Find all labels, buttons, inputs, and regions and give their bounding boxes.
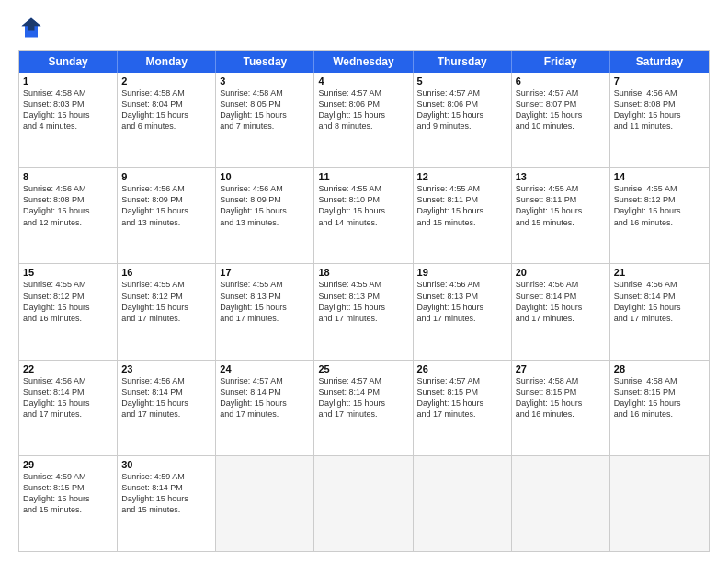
cell-line: Daylight: 15 hours [614,109,705,121]
calendar-cell: 12Sunrise: 4:55 AMSunset: 8:11 PMDayligh… [414,168,512,263]
day-number: 23 [121,363,211,374]
day-number: 29 [23,459,113,470]
cell-line: Sunrise: 4:55 AM [417,183,507,194]
calendar-cell: 13Sunrise: 4:55 AMSunset: 8:11 PMDayligh… [512,168,610,263]
cell-line: Daylight: 15 hours [220,302,310,313]
calendar-row-4: 29Sunrise: 4:59 AMSunset: 8:15 PMDayligh… [19,455,709,551]
day-number: 5 [417,75,507,86]
cell-line: Sunrise: 4:57 AM [220,375,310,386]
cell-line: Sunrise: 4:57 AM [516,87,606,98]
cell-line: Sunset: 8:15 PM [23,482,113,493]
cell-line: Sunrise: 4:57 AM [318,87,408,98]
calendar-header-thursday: Thursday [414,51,512,73]
cell-line: and 15 minutes. [516,217,606,228]
cell-line: Daylight: 15 hours [220,205,310,216]
cell-line: and 15 minutes. [417,217,507,228]
cell-line: Sunrise: 4:58 AM [220,87,310,98]
calendar-cell: 8Sunrise: 4:56 AMSunset: 8:08 PMDaylight… [19,168,118,263]
calendar-body: 1Sunrise: 4:58 AMSunset: 8:03 PMDaylight… [19,73,709,551]
cell-line: Sunrise: 4:56 AM [23,375,113,386]
calendar-header-tuesday: Tuesday [216,51,314,73]
cell-line: Sunset: 8:15 PM [614,386,705,397]
cell-line: and 16 minutes. [614,217,705,228]
cell-line: Sunset: 8:03 PM [23,98,113,109]
cell-line: Daylight: 15 hours [516,397,606,408]
day-number: 22 [23,363,113,374]
day-number: 28 [614,363,705,374]
calendar-header-friday: Friday [512,51,610,73]
cell-line: and 8 minutes. [318,121,408,132]
cell-line: and 6 minutes. [121,121,211,132]
cell-line: and 9 minutes. [417,121,507,132]
cell-line: Sunrise: 4:58 AM [516,375,606,386]
cell-line: and 16 minutes. [516,408,606,419]
cell-line: Daylight: 15 hours [121,302,211,313]
day-number: 6 [516,75,606,86]
day-number: 25 [318,363,408,374]
cell-line: Sunset: 8:14 PM [516,291,606,302]
cell-line: Sunset: 8:09 PM [121,194,211,205]
cell-line: and 15 minutes. [23,504,113,515]
cell-line: Daylight: 15 hours [23,109,113,121]
cell-line: Sunset: 8:15 PM [417,386,507,397]
cell-line: and 4 minutes. [23,121,113,132]
day-number: 17 [220,267,310,278]
cell-line: Sunset: 8:09 PM [220,194,310,205]
cell-line: Sunrise: 4:56 AM [121,375,211,386]
cell-line: Sunrise: 4:57 AM [318,375,408,386]
cell-line: Sunset: 8:12 PM [23,291,113,302]
cell-line: Daylight: 15 hours [121,397,211,408]
cell-line: and 17 minutes. [417,408,507,419]
cell-line: and 12 minutes. [23,217,113,228]
day-number: 19 [417,267,507,278]
day-number: 12 [417,171,507,182]
cell-line: Sunset: 8:08 PM [23,194,113,205]
cell-line: and 17 minutes. [614,313,705,324]
day-number: 21 [614,267,705,278]
cell-line: and 17 minutes. [516,313,606,324]
cell-line: Sunset: 8:06 PM [417,98,507,109]
cell-line: and 17 minutes. [220,408,310,419]
day-number: 8 [23,171,113,182]
calendar-cell [414,456,512,551]
cell-line: Sunrise: 4:56 AM [220,183,310,194]
cell-line: Sunset: 8:13 PM [417,291,507,302]
cell-line: Sunrise: 4:56 AM [614,279,705,290]
cell-line: Daylight: 15 hours [516,109,606,121]
calendar-header-sunday: Sunday [19,51,118,73]
calendar-row-1: 8Sunrise: 4:56 AMSunset: 8:08 PMDaylight… [19,167,709,263]
cell-line: Daylight: 15 hours [220,109,310,121]
cell-line: and 11 minutes. [614,121,705,132]
calendar-cell: 16Sunrise: 4:55 AMSunset: 8:12 PMDayligh… [118,264,216,359]
calendar-cell: 29Sunrise: 4:59 AMSunset: 8:15 PMDayligh… [19,456,118,551]
cell-line: Daylight: 15 hours [121,205,211,216]
cell-line: Sunrise: 4:55 AM [614,183,705,194]
cell-line: Sunset: 8:11 PM [516,194,606,205]
cell-line: Sunrise: 4:55 AM [516,183,606,194]
cell-line: Daylight: 15 hours [220,397,310,408]
cell-line: and 13 minutes. [121,217,211,228]
cell-line: Sunrise: 4:58 AM [23,87,113,98]
cell-line: and 17 minutes. [318,313,408,324]
cell-line: Sunrise: 4:58 AM [614,375,705,386]
calendar-row-3: 22Sunrise: 4:56 AMSunset: 8:14 PMDayligh… [19,360,709,455]
cell-line: Sunset: 8:14 PM [614,291,705,302]
cell-line: and 15 minutes. [121,504,211,515]
cell-line: Daylight: 15 hours [23,205,113,216]
cell-line: Sunrise: 4:59 AM [23,471,113,482]
cell-line: Sunset: 8:14 PM [220,386,310,397]
cell-line: Daylight: 15 hours [614,397,705,408]
day-number: 9 [121,171,211,182]
calendar-cell: 14Sunrise: 4:55 AMSunset: 8:12 PMDayligh… [610,168,709,263]
cell-line: Sunset: 8:14 PM [121,386,211,397]
day-number: 2 [121,75,211,86]
calendar-cell: 4Sunrise: 4:57 AMSunset: 8:06 PMDaylight… [314,73,413,167]
day-number: 4 [318,75,408,86]
cell-line: Daylight: 15 hours [121,493,211,504]
cell-line: Sunset: 8:12 PM [121,291,211,302]
cell-line: Sunrise: 4:55 AM [121,279,211,290]
cell-line: Sunrise: 4:56 AM [516,279,606,290]
calendar-cell [314,456,413,551]
calendar-cell: 2Sunrise: 4:58 AMSunset: 8:04 PMDaylight… [118,73,216,167]
calendar-cell: 17Sunrise: 4:55 AMSunset: 8:13 PMDayligh… [216,264,314,359]
